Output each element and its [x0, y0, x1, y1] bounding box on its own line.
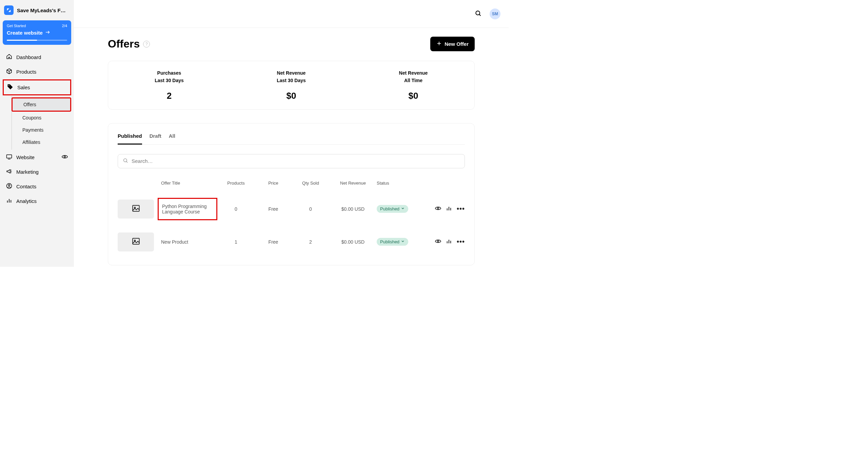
get-started-label: Get Started — [7, 24, 26, 28]
workspace-name: Save MyLeads's F… — [17, 7, 70, 13]
svg-point-17 — [124, 158, 127, 162]
tabs: Published Draft All — [118, 131, 465, 145]
image-icon — [132, 237, 140, 247]
more-icon[interactable]: ••• — [457, 238, 465, 246]
offers-table: Offer Title Products Price Qty Sold Net … — [118, 177, 465, 258]
user-icon — [6, 183, 12, 190]
row-qty: 2 — [292, 239, 329, 245]
svg-rect-2 — [7, 155, 12, 158]
search-input[interactable] — [132, 158, 460, 164]
svg-point-13 — [476, 11, 480, 15]
nav: Dashboard Products Sales Offers Coupons … — [3, 50, 71, 208]
stat-revenue-30d: Net Revenue Last 30 Days $0 — [230, 69, 352, 101]
stat-value: $0 — [230, 91, 352, 101]
th-title: Offer Title — [161, 181, 217, 186]
status-label: Published — [380, 206, 399, 211]
tab-all[interactable]: All — [169, 131, 175, 144]
get-started-progress: 2/4 — [62, 24, 67, 28]
thumbnail-placeholder — [118, 200, 154, 219]
workspace-header[interactable]: Save MyLeads's F… — [3, 4, 71, 20]
main: SM Offers ? New Offer Purchases Last 30 … — [74, 0, 509, 267]
search-icon[interactable] — [475, 10, 481, 18]
tab-draft[interactable]: Draft — [150, 131, 161, 144]
progress-bar — [7, 40, 67, 41]
eye-icon[interactable] — [62, 154, 68, 161]
status-badge[interactable]: Published — [377, 238, 408, 246]
sidebar-label-sales: Sales — [17, 84, 30, 90]
megaphone-icon — [6, 168, 12, 175]
svg-point-4 — [64, 156, 66, 158]
sidebar: Save MyLeads's F… Get Started 2/4 Create… — [0, 0, 74, 267]
avatar[interactable]: SM — [490, 8, 500, 19]
th-products: Products — [217, 181, 255, 186]
sidebar-item-website[interactable]: Website — [3, 150, 71, 164]
chevron-down-icon — [401, 239, 405, 244]
get-started-card[interactable]: Get Started 2/4 Create website — [3, 20, 71, 45]
submenu-item-coupons[interactable]: Coupons — [12, 112, 71, 124]
row-products: 1 — [217, 239, 255, 245]
search-icon — [123, 158, 128, 165]
submenu-item-offers[interactable]: Offers — [12, 97, 71, 112]
box-icon — [6, 68, 12, 75]
status-badge[interactable]: Published — [377, 205, 408, 213]
view-icon[interactable] — [435, 205, 441, 213]
row-price: Free — [255, 239, 292, 245]
stat-label: Net Revenue — [230, 69, 352, 77]
svg-line-18 — [126, 161, 127, 162]
th-status: Status — [377, 181, 421, 186]
sidebar-item-contacts[interactable]: Contacts — [3, 180, 71, 193]
chevron-down-icon — [401, 206, 405, 211]
view-icon[interactable] — [435, 238, 441, 246]
sales-submenu: Offers Coupons Payments Affiliates — [12, 96, 71, 150]
plus-icon — [436, 41, 442, 47]
stat-label: Purchases — [108, 69, 230, 77]
help-circle-icon[interactable]: ? — [143, 41, 150, 48]
row-qty: 0 — [292, 206, 329, 212]
row-revenue: $0.00 USD — [329, 239, 377, 245]
stat-value: $0 — [352, 91, 474, 101]
tab-published[interactable]: Published — [118, 131, 142, 145]
svg-point-6 — [8, 185, 10, 186]
sidebar-item-marketing[interactable]: Marketing — [3, 165, 71, 179]
sidebar-label-contacts: Contacts — [16, 184, 36, 189]
more-icon[interactable]: ••• — [457, 205, 465, 213]
th-qty: Qty Sold — [292, 181, 329, 186]
table-header: Offer Title Products Price Qty Sold Net … — [118, 177, 465, 192]
get-started-title: Create website — [7, 30, 43, 36]
sidebar-item-dashboard[interactable]: Dashboard — [3, 50, 71, 64]
table-row[interactable]: Python Programming Language Course 0 Fre… — [118, 192, 465, 226]
sidebar-label-analytics: Analytics — [16, 198, 37, 204]
arrow-right-icon — [45, 29, 51, 36]
submenu-item-payments[interactable]: Payments — [12, 124, 71, 136]
svg-rect-25 — [133, 238, 139, 244]
stat-sublabel: Last 30 Days — [108, 77, 230, 84]
row-title: Python Programming Language Course — [158, 198, 217, 220]
stat-purchases: Purchases Last 30 Days 2 — [108, 69, 230, 101]
stat-sublabel: All Time — [352, 77, 474, 84]
stat-value: 2 — [108, 91, 230, 101]
sidebar-label-website: Website — [16, 154, 35, 160]
thumbnail-placeholder — [118, 232, 154, 251]
svg-rect-19 — [133, 205, 139, 211]
svg-point-21 — [437, 208, 439, 209]
svg-point-27 — [437, 241, 439, 242]
sidebar-item-sales[interactable]: Sales — [3, 79, 71, 95]
stats-icon[interactable] — [446, 205, 452, 213]
sidebar-item-analytics[interactable]: Analytics — [3, 194, 71, 208]
row-products: 0 — [217, 206, 255, 212]
svg-line-14 — [479, 14, 480, 16]
sidebar-item-products[interactable]: Products — [3, 65, 71, 79]
status-label: Published — [380, 239, 399, 244]
image-icon — [132, 204, 140, 214]
stats-icon[interactable] — [446, 238, 452, 246]
offers-card: Published Draft All Offer Title Products… — [108, 123, 475, 265]
submenu-item-affiliates[interactable]: Affiliates — [12, 136, 71, 148]
page-title: Offers — [108, 38, 140, 50]
th-price: Price — [255, 181, 292, 186]
th-revenue: Net Revenue — [329, 181, 377, 186]
table-row[interactable]: New Product 1 Free 2 $0.00 USD Published — [118, 226, 465, 258]
tag-icon — [7, 84, 13, 91]
search-box[interactable] — [118, 154, 465, 168]
svg-point-1 — [8, 85, 9, 86]
new-offer-button[interactable]: New Offer — [430, 37, 475, 51]
